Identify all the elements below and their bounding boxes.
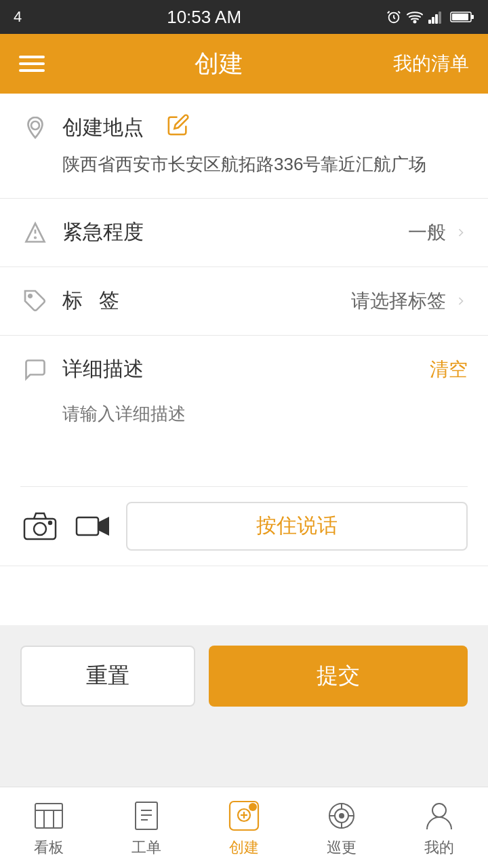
svg-rect-8 — [471, 15, 474, 19]
create-label: 创建 — [229, 837, 259, 858]
signal-icon — [428, 10, 445, 24]
tag-row[interactable]: 标 签 请选择标签 — [0, 267, 488, 336]
svg-rect-5 — [439, 12, 441, 24]
create-icon: ! — [226, 798, 262, 833]
status-bar: 4 10:53 AM — [0, 0, 488, 34]
svg-rect-4 — [435, 14, 438, 24]
nav-item-create[interactable]: ! 创建 — [195, 787, 293, 868]
bottom-nav: 看板 工单 ! 创建 — [0, 787, 488, 868]
media-bar: 按住说话 — [0, 487, 488, 566]
description-section: 详细描述 清空 — [0, 336, 488, 487]
content: 创建地点 陕西省西安市长安区航拓路336号靠近汇航广场 紧急程度 一般 — [0, 94, 488, 625]
nav-item-kanban[interactable]: 看板 — [0, 787, 98, 868]
desc-title: 详细描述 — [62, 355, 144, 383]
svg-rect-2 — [428, 20, 431, 24]
reset-button[interactable]: 重置 — [20, 646, 195, 707]
urgency-title: 紧急程度 — [62, 218, 144, 246]
svg-point-14 — [34, 523, 46, 535]
patrol-icon — [324, 798, 359, 833]
tag-chevron-icon — [454, 294, 468, 308]
svg-rect-3 — [432, 17, 434, 24]
mine-icon — [422, 798, 457, 833]
voice-button[interactable]: 按住说话 — [126, 502, 468, 551]
status-time: 10:53 AM — [167, 7, 241, 28]
svg-point-38 — [432, 804, 446, 817]
location-section: 创建地点 陕西省西安市长安区航拓路336号靠近汇航广场 — [0, 94, 488, 199]
kanban-icon — [31, 798, 66, 833]
patrol-label: 巡更 — [327, 837, 357, 858]
svg-rect-17 — [35, 804, 62, 828]
svg-text:!: ! — [251, 804, 253, 811]
location-value[interactable]: 陕西省西安市长安区航拓路336号靠近汇航广场 — [20, 151, 468, 179]
workorder-label: 工单 — [131, 837, 161, 858]
location-edit-icon[interactable] — [167, 113, 190, 142]
svg-point-37 — [340, 814, 344, 818]
status-left-num: 4 — [14, 8, 22, 26]
desc-clear-button[interactable]: 清空 — [430, 357, 468, 382]
menu-button[interactable] — [19, 56, 45, 72]
mine-label: 我的 — [424, 837, 454, 858]
action-bar: 重置 提交 — [0, 625, 488, 727]
svg-point-9 — [31, 121, 39, 130]
location-header: 创建地点 — [20, 113, 468, 142]
nav-item-mine[interactable]: 我的 — [390, 787, 488, 868]
nav-item-patrol[interactable]: 巡更 — [293, 787, 390, 868]
header: 创建 我的清单 — [0, 34, 488, 94]
wifi-icon — [407, 10, 423, 24]
desc-textarea[interactable] — [20, 395, 468, 477]
tag-label2: 签 — [99, 287, 119, 315]
desc-header-left: 详细描述 — [20, 355, 144, 384]
svg-point-1 — [413, 21, 415, 23]
tag-icon — [20, 286, 50, 316]
svg-point-11 — [35, 237, 36, 238]
alarm-icon — [386, 9, 401, 24]
urgency-icon — [20, 218, 50, 248]
urgency-chevron-icon — [454, 226, 468, 239]
tag-label1: 标 — [62, 287, 99, 315]
desc-header: 详细描述 清空 — [20, 355, 468, 384]
svg-rect-7 — [452, 14, 468, 20]
video-icon[interactable] — [73, 507, 113, 546]
battery-icon — [450, 11, 474, 23]
svg-point-15 — [49, 521, 52, 524]
status-icons — [386, 9, 474, 24]
desc-icon — [20, 355, 50, 384]
my-list-button[interactable]: 我的清单 — [393, 51, 469, 77]
submit-button[interactable]: 提交 — [209, 646, 468, 707]
nav-item-workorder[interactable]: 工单 — [98, 787, 195, 868]
svg-point-12 — [28, 294, 32, 298]
urgency-row[interactable]: 紧急程度 一般 — [0, 199, 488, 267]
location-icon — [20, 113, 50, 142]
camera-icon[interactable] — [20, 507, 60, 546]
kanban-label: 看板 — [34, 837, 64, 858]
urgency-value: 一般 — [408, 220, 446, 245]
tag-placeholder: 请选择标签 — [351, 288, 446, 314]
location-title: 创建地点 — [62, 114, 144, 142]
header-title: 创建 — [195, 47, 243, 81]
svg-rect-16 — [77, 517, 98, 535]
workorder-icon — [129, 798, 164, 833]
spacer — [0, 727, 488, 787]
